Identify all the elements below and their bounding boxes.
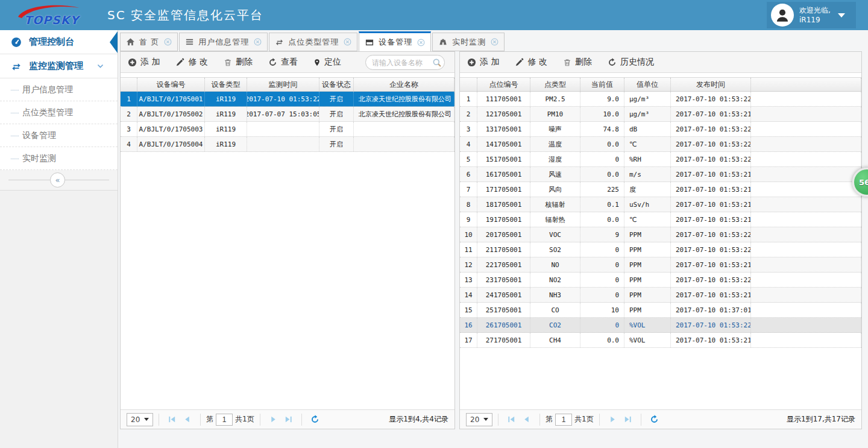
table-cell: 0 [580,318,624,332]
monitor-toolbar-button-0[interactable]: 添 加 [467,57,499,68]
next-page-button[interactable] [269,415,278,424]
table-row[interactable]: 2121705001PM1010.0μg/m³2017-07-10 01:53:… [460,107,861,122]
sidebar-section-monitor-mgmt[interactable]: 监控监测管理 [0,54,118,78]
table-row[interactable]: 16261705001CO20%VOL2017-07-10 01:53:22 [460,318,861,333]
table-cell: 0 [580,288,624,302]
table-cell: 2 [460,107,477,121]
table-row[interactable]: 15251705001CO10PPM2017-07-10 01:37:01 [460,303,861,318]
table-row[interactable]: 17271705001CH40.0%VOL2017-07-10 01:53:21 [460,333,861,348]
tab-1[interactable]: 用户信息管理 [179,33,268,51]
pencil-icon [515,58,524,67]
sidebar-item-0[interactable]: 用户信息管理 [0,78,118,101]
device-toolbar-button-2[interactable]: 删除 [224,57,253,68]
column-header[interactable]: 设备类型 [205,78,247,91]
column-header[interactable]: 监测时间 [247,78,319,91]
prev-page-button[interactable] [183,415,192,424]
tab-3[interactable]: 设备管理 [359,31,431,51]
table-row[interactable]: 4141705001温度0.0℃2017-07-10 01:53:22 [460,137,861,152]
close-tab-icon[interactable] [254,38,262,46]
table-row[interactable]: 4A/BJLT/0/1705004iR119开启 [121,137,454,152]
table-cell: 191705001 [477,212,530,227]
sidebar-section-console[interactable]: 管理控制台 [0,30,118,54]
table-cell: NH3 [530,288,580,302]
column-header[interactable]: 设备编号 [137,78,205,91]
close-tab-icon[interactable] [491,38,498,46]
table-row[interactable]: 14241705001NH30PPM2017-07-10 01:53:21 [460,288,861,303]
table-cell: 北京凌天世纪控股股份有限公司 [354,107,454,121]
monitor-toolbar-button-2[interactable]: 删除 [563,57,592,68]
table-cell: PPM [624,303,671,317]
sidebar-item-2[interactable]: 设备管理 [0,124,118,147]
next-page-button[interactable] [608,415,617,424]
table-row[interactable]: 7171705001风向225度2017-07-10 01:53:21 [460,182,861,197]
table-cell: 17 [460,333,477,347]
table-row[interactable]: 2A/BJLT/0/1705002iR1192017-07-07 15:03:0… [121,107,454,122]
table-row[interactable]: 3131705001噪声74.8dB2017-07-10 01:53:22 [460,122,861,137]
last-page-button[interactable] [623,415,632,424]
page-number-input[interactable] [555,414,572,426]
search-icon[interactable] [432,58,442,68]
close-tab-icon[interactable] [344,38,351,46]
device-toolbar-button-3[interactable]: 查看 [268,57,298,68]
column-header[interactable]: 点位编号 [477,78,530,91]
table-row[interactable]: 1A/BJLT/0/1705001iR1192017-07-10 01:53:2… [121,92,454,107]
page-size-select[interactable]: 20 [127,413,153,426]
table-row[interactable]: 5151705001湿度0%RH2017-07-10 01:53:22 [460,152,861,167]
table-cell: 2017-07-10 01:53:22 [671,122,751,136]
table-cell: iR119 [205,137,247,151]
records-summary: 显示1到17,共17记录 [787,414,855,424]
table-cell: VOC [530,227,580,242]
column-header[interactable]: 点类型 [530,78,580,91]
trash-icon [563,58,571,67]
table-row[interactable]: 11211705001SO20PPM2017-07-10 01:53:22 [460,242,861,257]
table-cell: 16 [460,318,477,332]
separator [301,414,302,426]
device-toolbar-button-0[interactable]: 添 加 [128,57,160,68]
column-header[interactable]: 设备状态 [319,78,354,91]
tab-2[interactable]: 点位类型管理 [269,33,357,51]
table-row[interactable]: 6161705001风速0.0m/s2017-07-10 01:53:21 [460,167,861,182]
table-cell: 0.0 [580,333,624,347]
user-menu[interactable]: 欢迎光临, iR119 [767,2,856,28]
table-row[interactable]: 13231705001NO20PPM2017-07-10 01:53:22 [460,273,861,288]
table-row[interactable]: 8181705001核辐射0.1uSv/h2017-07-10 01:53:21 [460,197,861,212]
device-search-input[interactable] [372,58,432,67]
user-icon [775,7,790,23]
sidebar-item-1[interactable]: 点位类型管理 [0,101,118,124]
tab-4[interactable]: 实时监测 [432,33,505,51]
first-page-button[interactable] [168,415,177,424]
monitor-toolbar-button-1[interactable]: 修 改 [515,57,547,68]
table-row[interactable]: 10201705001VOC9PPM2017-07-10 01:53:22 [460,227,861,242]
column-header[interactable] [460,78,477,91]
column-header[interactable]: 企业名称 [354,78,454,91]
collapse-sidebar-button[interactable]: « [50,172,65,188]
column-header[interactable] [121,78,137,91]
table-cell [247,122,319,136]
sidebar-item-3[interactable]: 实时监测 [0,147,118,170]
first-page-button[interactable] [507,415,516,424]
column-header[interactable]: 发布时间 [671,78,751,91]
table-row[interactable]: 9191705001辐射热0.0℃2017-07-10 01:53:21 [460,212,861,227]
last-page-button[interactable] [284,415,293,424]
column-header[interactable] [751,78,861,91]
close-tab-icon[interactable] [164,38,172,46]
table-cell: 开启 [319,122,354,136]
close-tab-icon[interactable] [417,39,425,46]
page-number-input[interactable] [216,414,233,426]
table-row[interactable]: 1111705001PM2.59.0μg/m³2017-07-10 01:53:… [460,92,861,107]
reload-button[interactable] [650,415,659,424]
tab-0[interactable]: 首 页 [120,33,178,51]
table-cell [751,167,861,181]
table-row[interactable]: 12221705001NO0PPM2017-07-10 01:53:21 [460,257,861,273]
reload-button[interactable] [310,415,319,424]
table-cell [751,152,861,166]
monitor-toolbar-button-3[interactable]: 历史情况 [608,57,654,68]
device-toolbar-button-4[interactable]: 定位 [313,57,341,68]
page-size-select[interactable]: 20 [466,413,492,426]
device-toolbar-button-1[interactable]: 修 改 [175,57,207,68]
column-header[interactable]: 当前值 [580,78,624,91]
table-row[interactable]: 3A/BJLT/0/1705003iR119开启 [121,122,454,137]
prev-page-button[interactable] [522,415,531,424]
column-header[interactable]: 值单位 [624,78,671,91]
table-cell: 3 [121,122,137,136]
